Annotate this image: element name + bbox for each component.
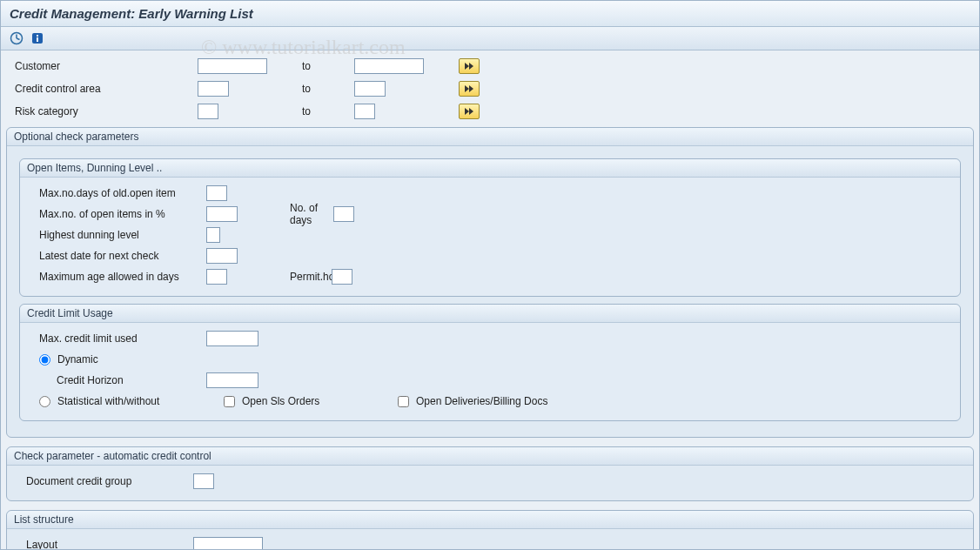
label-max-open-pct: Max.no. of open items in % xyxy=(23,208,206,220)
svg-rect-4 xyxy=(37,35,38,37)
customer-to-input[interactable] xyxy=(354,58,424,74)
label-no-of-days: No. of days xyxy=(238,202,333,226)
execute-icon[interactable] xyxy=(8,30,25,46)
group-title-credit-limit: Credit Limit Usage xyxy=(20,305,960,323)
document-credit-group-input[interactable] xyxy=(193,473,214,489)
check-open-deliveries-input[interactable] xyxy=(398,396,409,407)
label-max-age: Maximum age allowed in days xyxy=(23,271,206,283)
label-risk-category: Risk category xyxy=(6,105,198,117)
radio-dynamic-input[interactable] xyxy=(39,354,50,366)
check-open-deliveries[interactable]: Open Deliveries/Billing Docs xyxy=(398,395,547,407)
group-auto-credit-control: Check parameter - automatic credit contr… xyxy=(6,446,974,501)
max-days-old-input[interactable] xyxy=(206,185,227,201)
group-list-structure: List structure Layout Communication Data… xyxy=(6,510,974,550)
group-title-list-structure: List structure xyxy=(7,511,973,529)
check-open-sls-orders-label: Open Sls Orders xyxy=(242,395,319,407)
layout-input[interactable] xyxy=(193,537,263,550)
label-max-days-old: Max.no.days of old.open item xyxy=(23,187,206,199)
label-latest-date: Latest date for next check xyxy=(23,250,206,262)
group-credit-limit-usage: Credit Limit Usage Max. credit limit use… xyxy=(19,304,961,421)
label-layout: Layout xyxy=(10,539,193,550)
risk-category-multiple-selection[interactable] xyxy=(459,104,480,119)
to-label: to xyxy=(267,105,354,117)
radio-statistical[interactable]: Statistical with/without xyxy=(23,395,224,407)
selection-row-risk-category: Risk category to xyxy=(6,101,974,122)
svg-rect-5 xyxy=(37,37,38,42)
label-document-credit-group: Document credit group xyxy=(10,475,193,487)
page-title: Credit Management: Early Warning List xyxy=(10,6,253,21)
latest-date-input[interactable] xyxy=(206,248,238,264)
radio-dynamic[interactable]: Dynamic xyxy=(23,353,98,366)
label-credit-horizon: Credit Horizon xyxy=(23,374,206,386)
body: Customer to Credit control area to Risk … xyxy=(1,50,979,550)
max-age-input[interactable] xyxy=(206,269,227,285)
selection-row-credit-control-area: Credit control area to xyxy=(6,78,974,99)
label-max-credit-used: Max. credit limit used xyxy=(23,332,206,345)
max-open-pct-input[interactable] xyxy=(206,206,238,222)
group-title-auto-credit: Check parameter - automatic credit contr… xyxy=(7,447,973,466)
radio-statistical-label: Statistical with/without xyxy=(57,395,159,407)
app-window: Credit Management: Early Warning List © … xyxy=(0,0,980,550)
no-of-days-input[interactable] xyxy=(333,206,354,222)
svg-line-2 xyxy=(17,38,20,40)
max-credit-used-input[interactable] xyxy=(206,331,258,346)
radio-statistical-input[interactable] xyxy=(39,396,50,407)
credit-control-area-to-input[interactable] xyxy=(354,81,386,97)
group-title-optional: Optional check parameters xyxy=(7,128,973,146)
check-open-sls-orders[interactable]: Open Sls Orders xyxy=(224,395,398,407)
credit-control-area-from-input[interactable] xyxy=(198,81,229,97)
label-permit-hours: Permit.hours xyxy=(227,271,332,283)
group-open-items: Open Items, Dunning Level .. Max.no.days… xyxy=(19,158,961,297)
risk-category-from-input[interactable] xyxy=(198,104,218,119)
info-icon[interactable] xyxy=(29,30,46,46)
customer-from-input[interactable] xyxy=(198,58,267,74)
highest-dunning-input[interactable] xyxy=(206,227,220,243)
radio-dynamic-label: Dynamic xyxy=(57,353,98,366)
label-highest-dunning: Highest dunning level xyxy=(23,229,206,241)
check-open-deliveries-label: Open Deliveries/Billing Docs xyxy=(416,395,547,407)
permit-hours-input[interactable] xyxy=(332,269,352,285)
to-label: to xyxy=(267,83,354,95)
customer-multiple-selection[interactable] xyxy=(459,58,480,74)
credit-horizon-input[interactable] xyxy=(206,372,258,388)
to-label: to xyxy=(267,60,354,72)
label-credit-control-area: Credit control area xyxy=(6,83,198,95)
risk-category-to-input[interactable] xyxy=(354,104,375,119)
toolbar xyxy=(1,27,979,50)
group-optional-check-parameters: Optional check parameters Open Items, Du… xyxy=(6,127,974,438)
label-customer: Customer xyxy=(6,60,198,72)
selection-row-customer: Customer to xyxy=(6,56,974,77)
check-open-sls-orders-input[interactable] xyxy=(224,396,235,407)
titlebar: Credit Management: Early Warning List xyxy=(1,1,979,27)
credit-control-area-multiple-selection[interactable] xyxy=(459,81,480,97)
group-title-open-items: Open Items, Dunning Level .. xyxy=(20,159,960,178)
